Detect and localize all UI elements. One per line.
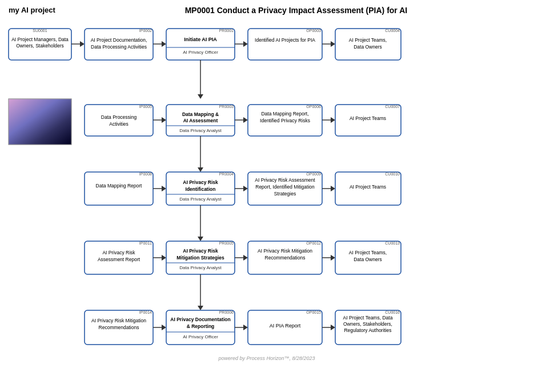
svg-text:PR0003: PR0003 [219,105,234,109]
svg-text:Initiate AI PIA: Initiate AI PIA [184,37,217,42]
svg-text:PR0004: PR0004 [219,172,234,176]
svg-text:AI PIA Report: AI PIA Report [270,323,301,329]
svg-text:CU0010: CU0010 [385,172,400,176]
svg-text:AI Privacy Risk Assessment: AI Privacy Risk Assessment [255,177,315,183]
svg-text:Activities: Activities [109,121,129,127]
svg-text:powered by Process Horizon™, 8: powered by Process Horizon™, 8/28/2023 [218,355,315,361]
main-title: MP0001 Conduct a Privacy Impact Assessme… [67,6,525,15]
svg-rect-104 [335,241,401,274]
svg-text:AI Project Teams: AI Project Teams [350,184,386,190]
svg-rect-48 [248,105,322,136]
svg-marker-63 [162,186,166,191]
svg-text:Recommendations: Recommendations [265,255,306,261]
svg-text:OP0006: OP0006 [306,105,321,109]
svg-text:PR0005: PR0005 [219,241,234,245]
svg-marker-89 [162,255,166,261]
svg-text:AI Privacy Risk: AI Privacy Risk [183,179,218,185]
svg-text:OP0015: OP0015 [306,310,321,314]
svg-text:Data Mapping Report: Data Mapping Report [96,183,142,189]
svg-text:Data Mapping &: Data Mapping & [182,111,219,117]
svg-rect-64 [166,172,235,205]
svg-text:AI Privacy Documentation: AI Privacy Documentation [170,317,230,322]
svg-text:Identified AI Projects for PIA: Identified AI Projects for PIA [255,37,315,43]
page: my AI project MP0001 Conduct a Privacy I… [0,0,534,392]
svg-text:Data Processing Activities: Data Processing Activities [91,44,147,50]
svg-text:AI Project Documentation,: AI Project Documentation, [91,37,147,43]
svg-text:IP0002: IP0002 [139,29,152,33]
svg-rect-12 [166,29,235,60]
svg-rect-40 [166,105,235,136]
svg-rect-72 [248,172,322,205]
svg-rect-33 [9,99,71,145]
svg-text:AI Project Teams,: AI Project Teams, [349,37,387,43]
svg-rect-98 [248,241,322,274]
svg-text:AI Project Teams: AI Project Teams [350,115,386,121]
svg-text:OP0009: OP0009 [306,172,321,176]
svg-text:Assessment Report: Assessment Report [98,257,140,262]
svg-text:AI Assessment: AI Assessment [183,118,218,123]
svg-text:IP0014: IP0014 [139,310,152,314]
svg-text:Data Processing: Data Processing [101,114,137,120]
svg-marker-53 [331,117,335,123]
svg-marker-97 [243,255,248,261]
svg-text:IP0005: IP0005 [139,105,152,109]
svg-text:Regulatory Authorities: Regulatory Authorities [344,327,391,333]
svg-rect-110 [85,310,153,345]
svg-marker-103 [331,255,335,261]
svg-text:AI Privacy Risk Mitigation: AI Privacy Risk Mitigation [258,248,312,254]
svg-text:AI Privacy Risk: AI Privacy Risk [102,250,135,255]
svg-rect-6 [85,29,153,60]
svg-marker-18 [243,41,248,47]
svg-text:CU0007: CU0007 [385,105,400,109]
svg-marker-58 [198,167,203,172]
svg-rect-116 [166,310,235,345]
svg-text:Owners, Stakeholders,: Owners, Stakeholders, [343,321,392,327]
svg-rect-84 [85,241,153,274]
svg-text:PR0001: PR0001 [219,29,234,33]
svg-text:AI Privacy Risk: AI Privacy Risk [183,248,218,254]
svg-rect-24 [335,29,401,60]
svg-rect-31 [9,99,71,145]
svg-marker-78 [331,186,335,191]
svg-text:PR0006: PR0006 [219,310,234,314]
svg-text:OP0003: OP0003 [306,29,321,33]
svg-text:Data Privacy Analyst: Data Privacy Analyst [179,265,222,270]
svg-text:IP0008: IP0008 [139,172,152,176]
svg-text:OP0012: OP0012 [306,241,321,245]
svg-marker-39 [162,117,166,123]
svg-marker-23 [331,41,335,47]
svg-marker-71 [243,186,248,191]
svg-text:Data Privacy Analyst: Data Privacy Analyst [179,128,222,133]
svg-text:AI Privacy Officer: AI Privacy Officer [183,50,218,55]
svg-rect-54 [335,105,401,136]
svg-rect-19 [248,29,322,60]
svg-text:SU0001: SU0001 [33,29,47,33]
svg-marker-11 [162,41,166,47]
svg-text:CU0016: CU0016 [385,310,400,314]
svg-rect-124 [248,310,322,345]
svg-text:AI Project Managers, Data: AI Project Managers, Data [11,37,69,42]
svg-text:Mitigation Strategies: Mitigation Strategies [176,255,224,261]
project-title: my AI project [9,6,55,14]
svg-marker-47 [243,117,248,123]
svg-text:Owners, Stakeholders: Owners, Stakeholders [16,43,64,49]
svg-rect-34 [85,105,153,136]
svg-marker-29 [198,94,203,99]
svg-rect-0 [9,29,71,60]
svg-text:Identified Privacy Risks: Identified Privacy Risks [260,118,310,123]
svg-text:Data Owners: Data Owners [354,44,382,50]
svg-text:CU0004: CU0004 [385,29,400,33]
page-header: my AI project MP0001 Conduct a Privacy I… [9,6,525,15]
svg-text:AI Privacy Officer: AI Privacy Officer [183,334,218,339]
svg-marker-115 [162,325,166,330]
svg-rect-79 [335,172,401,205]
svg-rect-90 [166,241,235,274]
svg-marker-83 [198,237,203,241]
svg-rect-30 [9,99,71,145]
svg-text:IP0011: IP0011 [139,241,152,245]
svg-text:Identification: Identification [186,186,216,192]
svg-text:AI Privacy Risk Mitigation: AI Privacy Risk Mitigation [91,318,146,323]
svg-marker-123 [243,325,248,330]
svg-text:Data Owners: Data Owners [354,257,382,262]
svg-text:CU0013: CU0013 [385,241,400,245]
